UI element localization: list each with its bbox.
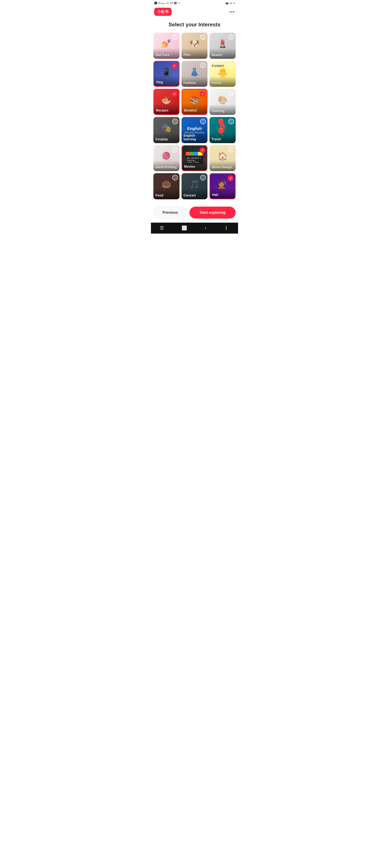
- nav-bar: ☰ ⬜ › 🚶: [151, 223, 238, 234]
- painting-checkbox[interactable]: [228, 90, 234, 96]
- homedesign-checkbox[interactable]: [228, 147, 234, 152]
- nav-home-icon[interactable]: ⬜: [182, 225, 187, 231]
- beauty-icon: 💄: [218, 39, 228, 49]
- nav-forward-icon[interactable]: ›: [205, 225, 206, 231]
- homedesign-overlay: Home Design: [209, 161, 236, 171]
- beauty-checkbox[interactable]: [228, 34, 234, 40]
- booklist-label: Booklist: [184, 109, 197, 112]
- interest-card-painting[interactable]: 🎨 Painting: [209, 89, 236, 115]
- top-bar: 小红书 •••: [151, 6, 238, 18]
- fashion-checkbox[interactable]: [200, 62, 206, 68]
- travel-label: Travel: [212, 137, 221, 141]
- movies-label: Movies: [184, 165, 195, 168]
- painting-overlay: Painting: [209, 104, 236, 115]
- vlog-checkbox[interactable]: [172, 63, 177, 69]
- vlog-overlay: Vlog: [154, 75, 179, 86]
- cosplay-icon: 🎭: [161, 123, 171, 133]
- status-right: 📷 ۱۵:۰۵: [226, 2, 235, 4]
- status-bar: ⬛ 45درصد ılı. 4G 🔇 🗝 📷 ۱۵:۰۵: [151, 0, 238, 6]
- nail-care-overlay: Nail Care: [153, 48, 180, 59]
- travel-checkbox[interactable]: [228, 119, 234, 124]
- nail-care-label: Nail Care: [155, 53, 169, 57]
- fashion-overlay: Fashion: [182, 76, 208, 87]
- travel-overlay: Travel: [209, 133, 236, 143]
- knitting-label: Hand Knitting: [155, 165, 177, 169]
- booklist-checkbox[interactable]: [200, 91, 205, 97]
- interest-card-nail-care[interactable]: 💅 Nail Care: [153, 33, 180, 59]
- interest-card-vlog[interactable]: 📱 Vlog: [153, 61, 180, 87]
- interest-card-recipes[interactable]: 🍜 Recipes: [153, 89, 180, 115]
- funny-label: Funny: [212, 81, 221, 85]
- interest-card-travel[interactable]: 🎈 🎈🎈 Travel: [209, 117, 236, 143]
- recipes-label: Recipes: [156, 109, 168, 112]
- fashion-label: Fashion: [184, 81, 196, 85]
- food-icon: 🍩: [161, 180, 171, 189]
- funny-text-overlay: FUNNY: [212, 64, 225, 67]
- interest-card-cosplay[interactable]: 🎭 Cosplay: [153, 117, 180, 143]
- english-overlay: English learning: [182, 129, 208, 143]
- nail-care-checkbox[interactable]: [172, 34, 178, 40]
- interest-card-pets[interactable]: 🐶 Pets: [182, 33, 208, 59]
- interest-card-hair[interactable]: 💇 Hair: [209, 173, 236, 199]
- nail-care-icon: 💅: [161, 39, 171, 49]
- interest-card-food[interactable]: 🍩 Food: [153, 173, 180, 199]
- nav-person-icon[interactable]: 🚶: [224, 225, 229, 231]
- previous-button[interactable]: Previous: [153, 207, 187, 219]
- vlog-label: Vlog: [156, 81, 163, 84]
- page-title: Select your Interests: [151, 18, 238, 33]
- start-exploring-button[interactable]: Start exploring: [189, 207, 236, 219]
- status-icons: ⬛ 45درصد ılı. 4G 🔇 🗝: [154, 2, 180, 4]
- interest-card-home-design[interactable]: 🏠 Home Design: [209, 145, 236, 171]
- app-logo: 小红书: [154, 8, 172, 16]
- cosplay-overlay: Cosplay: [153, 133, 180, 143]
- status-left: ⬛ 45درصد ılı. 4G 🔇 🗝: [154, 2, 180, 4]
- funny-overlay: Funny: [209, 76, 236, 87]
- interest-card-funny[interactable]: FUNNY 🐥 Funny: [209, 61, 236, 87]
- cosplay-label: Cosplay: [155, 137, 168, 141]
- painting-label: Painting: [212, 109, 224, 113]
- food-label: Food: [155, 194, 163, 197]
- homedesign-label: Home Design: [212, 165, 232, 169]
- food-overlay: Food: [153, 189, 180, 199]
- concert-icon: 🎵: [189, 180, 200, 189]
- knitting-overlay: Hand Knitting: [153, 161, 180, 171]
- homedesign-icon: 🏠: [218, 151, 228, 161]
- concert-overlay: Concert: [182, 189, 208, 199]
- vlog-icon: 📱: [161, 67, 171, 76]
- recipes-icon: 🍜: [161, 95, 171, 105]
- interest-card-concert[interactable]: 🎵 Concert: [182, 173, 208, 199]
- english-label: English learning: [184, 134, 196, 141]
- interest-card-movies[interactable]: A01 16213421 9 Roadside Jakob & Ryan Mov…: [182, 145, 208, 171]
- beauty-overlay: Beauty: [209, 48, 236, 59]
- booklist-overlay: Booklist: [182, 104, 207, 114]
- pets-label: Pets: [184, 53, 190, 57]
- interests-grid: 💅 Nail Care 🐶 Pets 💄 Beauty 📱 Vlog 👗 Fas…: [151, 33, 238, 199]
- pets-checkbox[interactable]: [200, 34, 206, 40]
- nav-menu-icon[interactable]: ☰: [160, 225, 164, 231]
- movies-checkbox[interactable]: [200, 147, 205, 153]
- more-button[interactable]: •••: [229, 9, 235, 14]
- hair-icon: 💇: [218, 180, 228, 189]
- interest-card-booklist[interactable]: 📚 Booklist: [182, 89, 208, 115]
- concert-label: Concert: [184, 194, 196, 197]
- hair-checkbox[interactable]: [228, 175, 233, 181]
- bottom-buttons: Previous Start exploring: [151, 203, 238, 223]
- funny-checkbox[interactable]: [228, 62, 234, 68]
- food-checkbox[interactable]: [172, 175, 178, 181]
- interest-card-english-learning[interactable]: English Morning Reading English learning: [182, 117, 208, 143]
- knitting-checkbox[interactable]: [172, 147, 178, 152]
- cosplay-checkbox[interactable]: [172, 119, 178, 124]
- interest-card-beauty[interactable]: 💄 Beauty: [209, 33, 236, 59]
- hair-overlay: Hair: [210, 188, 235, 199]
- pets-icon: 🐶: [189, 39, 200, 49]
- hair-label: Hair: [212, 193, 218, 196]
- beauty-label: Beauty: [212, 53, 222, 57]
- concert-checkbox[interactable]: [200, 175, 206, 181]
- fashion-icon: 👗: [189, 67, 200, 76]
- pets-overlay: Pets: [182, 48, 208, 59]
- interest-card-fashion[interactable]: 👗 Fashion: [182, 61, 208, 87]
- interest-card-hand-knitting[interactable]: 🧶 Hand Knitting: [153, 145, 180, 171]
- recipes-checkbox[interactable]: [172, 91, 177, 97]
- knitting-icon: 🧶: [161, 151, 171, 161]
- painting-icon: 🎨: [218, 95, 228, 105]
